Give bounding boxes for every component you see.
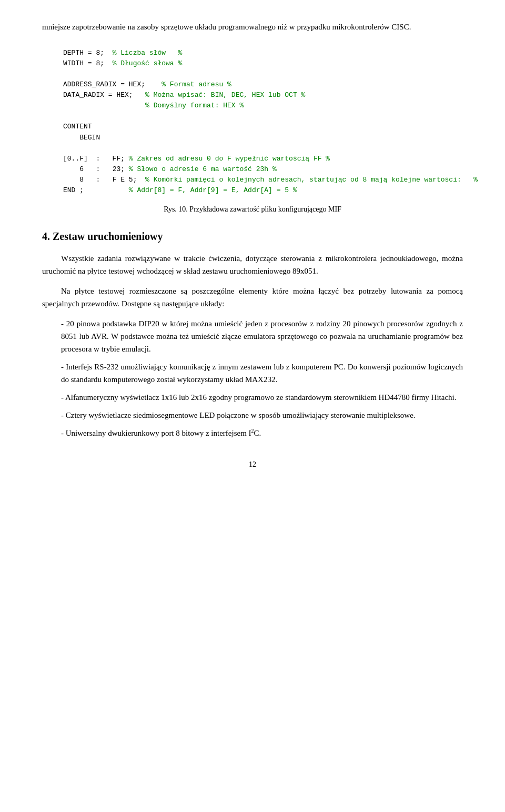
section-heading: 4. Zestaw uruchomieniowy <box>42 230 463 243</box>
list-item-1: - 20 pinowa podstawka DIP20 w której moż… <box>42 317 463 355</box>
list-item-3: - Alfanumeryczny wyświetlacz 1x16 lub 2x… <box>42 391 463 404</box>
section-title: Zestaw uruchomieniowy <box>53 230 163 242</box>
paragraph-2: Na płytce testowej rozmieszczone są posz… <box>42 285 463 310</box>
section-number: 4. <box>42 230 50 242</box>
code-line-4: ADDRESS_RADIX = HEX; % Format adresu % <box>63 81 231 88</box>
page-container: mniejsze zapotrzebowanie na zasoby sprzę… <box>0 0 505 812</box>
code-line-9: BEGIN <box>63 134 100 142</box>
code-line-12: 6 : 23; % Słowo o adresie 6 ma wartość 2… <box>63 165 277 173</box>
figure-caption: Rys. 10. Przykładowa zawartość pliku kon… <box>42 205 463 214</box>
code-line-1: DEPTH = 8; % Liczba słów % <box>63 49 182 57</box>
code-line-14: END ; % Addr[8] = F, Addr[9] = E, Addr[A… <box>63 186 297 194</box>
code-line-6: % Domyślny format: HEX % <box>63 102 244 109</box>
paragraph-1: Wszystkie zadania rozwiązywane w trakcie… <box>42 252 463 277</box>
code-block: DEPTH = 8; % Liczba słów % WIDTH = 8; % … <box>42 48 463 196</box>
page-number: 12 <box>42 460 463 469</box>
list-item-4: - Cztery wyświetlacze siedmiosegmentowe … <box>42 409 463 422</box>
code-line-5: DATA_RADIX = HEX; % Można wpisać: BIN, D… <box>63 91 305 99</box>
intro-text: mniejsze zapotrzebowanie na zasoby sprzę… <box>42 21 463 33</box>
list-item-2: - Interfejs RS-232 umożliwiający komunik… <box>42 360 463 386</box>
code-line-2: WIDTH = 8; % Długość słowa % <box>63 59 182 67</box>
code-line-13: 8 : F E 5; % Komórki pamięci o kolejnych… <box>63 176 478 184</box>
code-line-11: [0..F] : FF; % Zakres od adresu 0 do F w… <box>63 155 330 163</box>
list-item-5: - Uniwersalny dwukierunkowy port 8 bitow… <box>42 427 463 439</box>
code-line-8: CONTENT <box>63 123 92 131</box>
